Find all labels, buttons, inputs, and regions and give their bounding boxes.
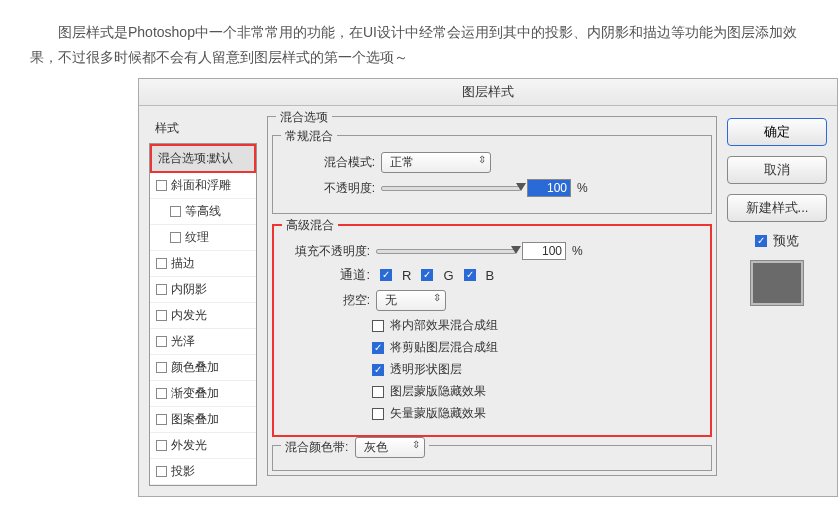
blend-mode-label: 混合模式: (287, 154, 375, 171)
channel-b-label: B (486, 268, 495, 283)
blending-options-panel: 混合选项 常规混合 混合模式: 正常 不透明度: 100 % (267, 116, 717, 486)
checkbox-icon[interactable] (156, 440, 167, 451)
blending-options-legend: 混合选项 (276, 109, 332, 126)
blend-if-select[interactable]: 灰色 (355, 437, 425, 458)
styles-sidebar: 样式 混合选项:默认 斜面和浮雕 等高线 纹理 描边 内阴影 内发光 光泽 颜色… (149, 116, 257, 486)
preview-swatch (750, 260, 804, 306)
general-blending-legend: 常规混合 (281, 128, 337, 145)
cancel-button[interactable]: 取消 (727, 156, 827, 184)
sidebar-item-outer-glow[interactable]: 外发光 (150, 433, 256, 459)
checkbox-icon[interactable] (156, 414, 167, 425)
checkbox-icon[interactable] (156, 388, 167, 399)
fill-opacity-input[interactable]: 100 (522, 242, 566, 260)
opt-vectormask-label: 矢量蒙版隐藏效果 (390, 405, 486, 422)
knockout-label: 挖空: (282, 292, 370, 309)
opt-interior-label: 将内部效果混合成组 (390, 317, 498, 334)
opt-transparency-label: 透明形状图层 (390, 361, 462, 378)
sidebar-item-blending-options[interactable]: 混合选项:默认 (150, 144, 256, 173)
sidebar-item-bevel[interactable]: 斜面和浮雕 (150, 173, 256, 199)
sidebar-item-inner-glow[interactable]: 内发光 (150, 303, 256, 329)
channel-r-label: R (402, 268, 411, 283)
checkbox-icon[interactable] (156, 284, 167, 295)
channel-b-checkbox[interactable] (464, 269, 476, 281)
slider-thumb-icon[interactable] (516, 183, 526, 196)
dialog-titlebar: 图层样式 (139, 79, 837, 106)
blend-mode-select[interactable]: 正常 (381, 152, 491, 173)
sidebar-item-inner-shadow[interactable]: 内阴影 (150, 277, 256, 303)
advanced-blending-fieldset: 高级混合 填充不透明度: 100 % 通道: R G B (272, 224, 712, 437)
opt-layermask-checkbox[interactable] (372, 386, 384, 398)
opacity-suffix: % (577, 181, 588, 195)
dialog-right-panel: 确定 取消 新建样式... 预览 (727, 116, 827, 486)
sidebar-item-gradient-overlay[interactable]: 渐变叠加 (150, 381, 256, 407)
checkbox-icon[interactable] (156, 310, 167, 321)
opacity-label: 不透明度: (287, 180, 375, 197)
opt-clipped-label: 将剪贴图层混合成组 (390, 339, 498, 356)
checkbox-icon[interactable] (170, 206, 181, 217)
styles-list: 混合选项:默认 斜面和浮雕 等高线 纹理 描边 内阴影 内发光 光泽 颜色叠加 … (149, 143, 257, 486)
preview-label: 预览 (773, 232, 799, 250)
ok-button[interactable]: 确定 (727, 118, 827, 146)
sidebar-title: 样式 (149, 116, 257, 143)
opt-vectormask-checkbox[interactable] (372, 408, 384, 420)
preview-checkbox[interactable] (755, 235, 767, 247)
fill-opacity-label: 填充不透明度: (282, 243, 370, 260)
sidebar-item-color-overlay[interactable]: 颜色叠加 (150, 355, 256, 381)
slider-thumb-icon[interactable] (511, 246, 521, 259)
fill-opacity-slider[interactable] (376, 249, 516, 254)
opt-transparency-checkbox[interactable] (372, 364, 384, 376)
general-blending-fieldset: 常规混合 混合模式: 正常 不透明度: 100 % (272, 135, 712, 214)
advanced-blending-legend: 高级混合 (282, 217, 338, 234)
blend-if-legend: 混合颜色带: 灰色 (281, 437, 429, 458)
opt-layermask-label: 图层蒙版隐藏效果 (390, 383, 486, 400)
checkbox-icon[interactable] (156, 362, 167, 373)
article-paragraph: 图层样式是Photoshop中一个非常常用的功能，在UI设计中经常会运用到其中的… (30, 20, 810, 70)
sidebar-item-drop-shadow[interactable]: 投影 (150, 459, 256, 485)
blend-if-fieldset: 混合颜色带: 灰色 (272, 445, 712, 471)
checkbox-icon[interactable] (156, 336, 167, 347)
knockout-select[interactable]: 无 (376, 290, 446, 311)
channels-label: 通道: (282, 266, 370, 284)
sidebar-item-contour[interactable]: 等高线 (150, 199, 256, 225)
channel-r-checkbox[interactable] (380, 269, 392, 281)
opacity-input[interactable]: 100 (527, 179, 571, 197)
opt-clipped-checkbox[interactable] (372, 342, 384, 354)
opt-interior-checkbox[interactable] (372, 320, 384, 332)
layer-style-dialog: 图层样式 样式 混合选项:默认 斜面和浮雕 等高线 纹理 描边 内阴影 内发光 … (138, 78, 838, 497)
sidebar-item-satin[interactable]: 光泽 (150, 329, 256, 355)
channel-g-checkbox[interactable] (421, 269, 433, 281)
channel-g-label: G (443, 268, 453, 283)
sidebar-item-texture[interactable]: 纹理 (150, 225, 256, 251)
sidebar-item-pattern-overlay[interactable]: 图案叠加 (150, 407, 256, 433)
fill-opacity-suffix: % (572, 244, 583, 258)
blending-options-fieldset: 混合选项 常规混合 混合模式: 正常 不透明度: 100 % (267, 116, 717, 476)
checkbox-icon[interactable] (170, 232, 181, 243)
sidebar-item-stroke[interactable]: 描边 (150, 251, 256, 277)
new-style-button[interactable]: 新建样式... (727, 194, 827, 222)
checkbox-icon[interactable] (156, 466, 167, 477)
checkbox-icon[interactable] (156, 180, 167, 191)
opacity-slider[interactable] (381, 186, 521, 191)
checkbox-icon[interactable] (156, 258, 167, 269)
